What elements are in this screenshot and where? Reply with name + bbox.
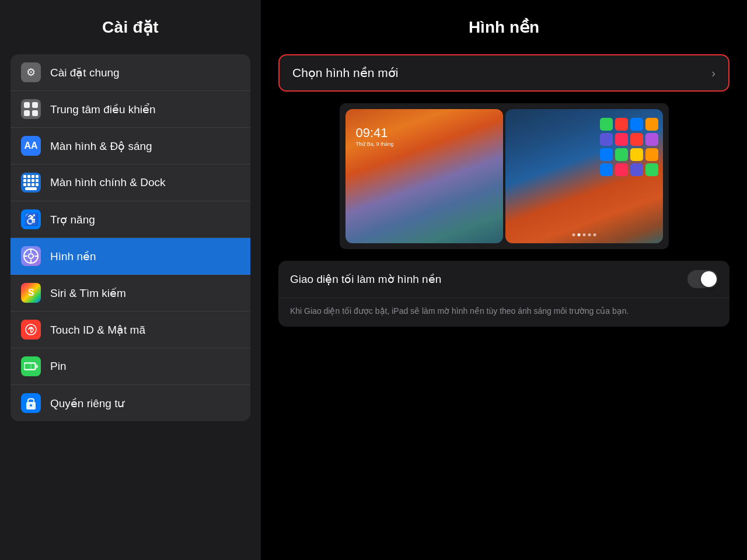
sidebar-item-label: Touch ID & Mật mã [50,323,145,337]
svg-rect-8 [23,179,26,182]
home-screen-background [505,109,663,243]
mini-icon [645,133,658,146]
sidebar-item-label: Trợ năng [50,213,95,226]
lock-screen-time: 09:41 [356,125,388,141]
page-dot [593,233,596,236]
svg-rect-5 [27,175,30,178]
touchid-icon [21,320,41,340]
lock-screen-background: 09:41 Thứ Ba, 9 tháng [345,109,503,243]
sidebar-item-label: Hình nền [50,250,96,263]
wallpaper-preview: 09:41 Thứ Ba, 9 tháng [278,103,729,249]
svg-rect-12 [23,183,26,186]
dark-mode-blur-toggle-row: Giao diện tối làm mờ hình nền [278,261,729,298]
page-dot [572,233,575,236]
svg-rect-9 [27,179,30,182]
sidebar-item-hinh-nen[interactable]: Hình nền [11,238,250,275]
home-screen-icon [21,173,41,192]
sidebar-item-trung-tam-dieu-khien[interactable]: Trung tâm điều khiển [11,91,250,128]
lock-screen-date: Thứ Ba, 9 tháng [356,141,394,147]
sidebar-item-label: Siri & Tìm kiếm [50,286,126,300]
content-title: Hình nền [261,0,747,48]
toggle-section: Giao diện tối làm mờ hình nền Khi Giao d… [278,261,729,327]
svg-rect-4 [23,175,26,178]
sidebar-item-label: Màn hình chính & Dock [50,176,166,189]
accessibility-icon: ♿ [21,209,41,229]
mini-icon [615,118,628,131]
sidebar-item-tro-nang[interactable]: ♿ Trợ năng [11,201,250,238]
svg-rect-2 [24,110,30,116]
svg-rect-1 [32,102,38,108]
sidebar-item-label: Màn hình & Độ sáng [50,139,152,153]
sidebar-item-cai-dat-chung[interactable]: ⚙ Cài đặt chung [11,54,250,91]
page-dot [588,233,591,236]
gear-icon: ⚙ [21,62,41,82]
battery-icon [21,356,41,376]
mini-icon [630,148,643,161]
home-screen-page-dots [572,233,596,236]
svg-rect-10 [32,179,34,182]
toggle-description: Khi Giao diện tối được bật, iPad sẽ làm … [278,298,729,327]
svg-rect-6 [32,175,34,178]
sidebar-list: ⚙ Cài đặt chung Trung tâm điều khiển AA … [11,54,250,421]
svg-rect-14 [32,183,34,186]
mini-icon [630,118,643,131]
svg-rect-26 [25,364,35,369]
sidebar: Cài đặt ⚙ Cài đặt chung Trung tâm điều k… [0,0,261,560]
choose-wallpaper-label: Chọn hình nền mới [292,66,711,80]
svg-rect-7 [36,175,39,178]
mini-icon [630,133,643,146]
privacy-icon [21,393,41,413]
page-dot-active [577,233,580,236]
content-panel: Hình nền Chọn hình nền mới › 09:41 Thứ B… [261,0,747,560]
svg-rect-15 [36,183,39,186]
sidebar-item-siri-tim-kiem[interactable]: S Siri & Tìm kiếm [11,275,250,312]
svg-rect-25 [36,365,38,368]
svg-rect-11 [36,179,39,182]
control-center-icon [21,99,41,119]
sidebar-item-label: Quyền riêng tư [50,397,125,410]
mini-icon [645,148,658,161]
preview-screens-container: 09:41 Thứ Ba, 9 tháng [340,103,669,249]
chevron-right-icon: › [711,66,715,80]
sidebar-item-quyen-rieng-tu[interactable]: Quyền riêng tư [11,385,250,421]
mini-icon [600,133,613,146]
mini-icon [600,163,613,176]
mini-icon [600,118,613,131]
home-screen-preview [505,109,663,243]
sidebar-item-label: Pin [50,360,66,373]
mini-icon [615,163,628,176]
toggle-label: Giao diện tối làm mờ hình nền [290,272,687,286]
sidebar-item-label: Cài đặt chung [50,66,120,79]
svg-rect-13 [27,183,30,186]
mini-icon [600,148,613,161]
wallpaper-icon [21,246,41,266]
display-icon: AA [21,136,41,156]
dark-mode-blur-toggle[interactable] [687,270,718,288]
siri-icon: S [21,283,41,303]
toggle-knob [701,271,717,287]
sidebar-item-pin[interactable]: Pin [11,348,250,385]
sidebar-item-man-hinh-chinh-dock[interactable]: Màn hình chính & Dock [11,164,250,201]
home-icons-grid [600,118,658,176]
svg-rect-3 [32,110,38,116]
mini-icon [645,118,658,131]
page-dot [582,233,585,236]
sidebar-item-man-hinh-do-sang[interactable]: AA Màn hình & Độ sáng [11,128,250,164]
svg-point-18 [29,254,33,258]
choose-wallpaper-button[interactable]: Chọn hình nền mới › [278,54,729,92]
mini-icon [615,148,628,161]
lock-screen-preview: 09:41 Thứ Ba, 9 tháng [345,109,503,243]
sidebar-item-touch-id-mat-ma[interactable]: Touch ID & Mật mã [11,312,250,348]
sidebar-item-label: Trung tâm điều khiển [50,103,156,116]
svg-point-29 [30,404,32,407]
svg-rect-0 [24,102,30,108]
mini-icon [630,163,643,176]
sidebar-title: Cài đặt [0,0,261,48]
mini-icon [645,163,658,176]
mini-icon [615,133,628,146]
content-body: Chọn hình nền mới › 09:41 Thứ Ba, 9 thán… [261,48,747,332]
svg-rect-16 [25,187,37,190]
